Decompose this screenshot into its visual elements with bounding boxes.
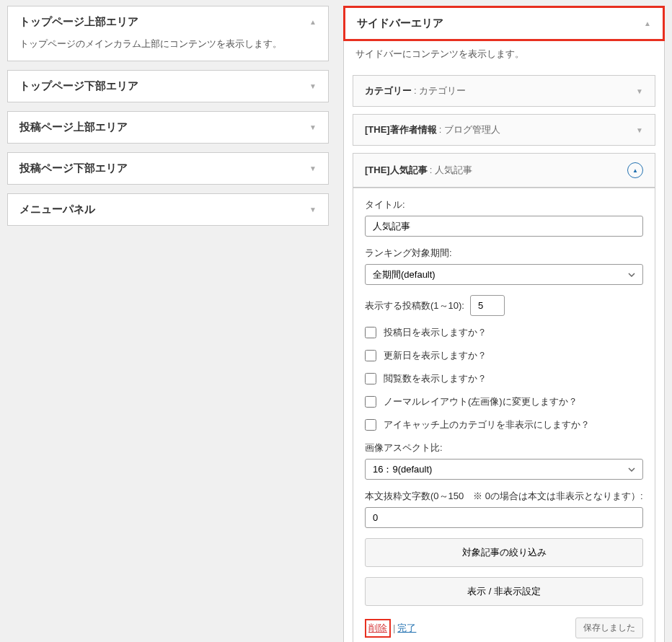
panel-header-top-lower[interactable]: トップページ下部エリア ▼ <box>8 71 328 102</box>
widget-suffix: : カテゴリー <box>414 85 466 96</box>
panel-title: メニューパネル <box>19 203 95 216</box>
chevron-down-icon: ▼ <box>309 123 317 131</box>
panel-title: サイドバーエリア <box>357 17 443 30</box>
chevron-up-icon: ▲ <box>644 19 651 27</box>
widget-category: カテゴリー: カテゴリー ▼ <box>353 75 655 107</box>
checkbox[interactable] <box>365 327 376 338</box>
widget-header-author[interactable]: [THE]著作者情報: ブログ管理人 ▼ <box>353 115 655 145</box>
checkbox-label: アイキャッチ上のカテゴリを非表示にしますか？ <box>384 418 590 431</box>
field-title: タイトル: <box>365 198 643 237</box>
widget-author: [THE]著作者情報: ブログ管理人 ▼ <box>353 114 655 146</box>
panel-desc: サイドバーにコンテンツを表示します。 <box>344 40 664 71</box>
panel-body: カテゴリー: カテゴリー ▼ [THE]著作者情報: ブログ管理人 ▼ <box>344 71 664 642</box>
excerpt-input[interactable] <box>365 507 643 528</box>
saved-message: 保存しました <box>575 617 643 638</box>
widget-popular: [THE]人気記事: 人気記事 ▲ <box>353 153 655 188</box>
chevron-down-icon: ▼ <box>636 126 643 134</box>
field-count: 表示する投稿数(1～10): <box>365 295 643 316</box>
panel-title: 投稿ページ上部エリア <box>19 120 128 134</box>
chevron-up-icon: ▲ <box>309 18 317 26</box>
widget-header-category[interactable]: カテゴリー: カテゴリー ▼ <box>353 76 655 106</box>
checkbox-label: 閲覧数を表示しますか？ <box>384 372 487 385</box>
checkbox[interactable] <box>365 350 376 361</box>
filter-button[interactable]: 対象記事の絞り込み <box>365 538 643 567</box>
panel-sidebar-area: サイドバーエリア ▲ サイドバーにコンテンツを表示します。 カテゴリー: カテゴ… <box>343 6 665 642</box>
checkbox[interactable] <box>365 373 376 384</box>
aspect-label: 画像アスペクト比: <box>365 441 643 454</box>
panel-header-post-lower[interactable]: 投稿ページ下部エリア ▼ <box>8 153 328 184</box>
panel-desc: トップページのメインカラム上部にコンテンツを表示します。 <box>8 38 328 61</box>
checkbox[interactable] <box>365 396 376 408</box>
panel-top-upper: トップページ上部エリア ▲ トップページのメインカラム上部にコンテンツを表示しま… <box>7 6 329 61</box>
panel-header-menu[interactable]: メニューパネル ▼ <box>8 194 328 225</box>
checkbox-label: ノーマルレイアウト(左画像)に変更しますか？ <box>384 395 578 408</box>
footer-links: 削除 | 完了 <box>365 619 416 638</box>
done-link[interactable]: 完了 <box>397 622 416 635</box>
separator: | <box>393 623 395 633</box>
delete-link-highlight: 削除 <box>365 619 391 638</box>
chevron-down-icon: ▼ <box>309 164 317 172</box>
chevron-down-icon: ▼ <box>309 206 317 214</box>
widget-title: [THE]著作者情報: ブログ管理人 <box>365 123 500 136</box>
cb-show-views[interactable]: 閲覧数を表示しますか？ <box>365 372 643 385</box>
period-select[interactable]: 全期間(default) <box>365 264 643 285</box>
widget-name: [THE]著作者情報 <box>365 124 437 135</box>
cb-hide-category[interactable]: アイキャッチ上のカテゴリを非表示にしますか？ <box>365 418 643 431</box>
checkbox-label: 投稿日を表示しますか？ <box>384 326 487 339</box>
widget-suffix: : 人気記事 <box>430 164 472 175</box>
cb-normal-layout[interactable]: ノーマルレイアウト(左画像)に変更しますか？ <box>365 395 643 408</box>
field-period: ランキング対象期間: 全期間(default) <box>365 247 643 285</box>
panel-post-lower: 投稿ページ下部エリア ▼ <box>7 152 329 185</box>
panel-post-upper: 投稿ページ上部エリア ▼ <box>7 111 329 144</box>
widget-body: タイトル: ランキング対象期間: 全期間(default) 表示する投稿数(1～… <box>353 188 655 642</box>
delete-link[interactable]: 削除 <box>368 623 387 633</box>
panel-title: トップページ下部エリア <box>19 79 138 93</box>
excerpt-label: 本文抜粋文字数(0～150 ※ 0の場合は本文は非表示となります）: <box>365 490 643 503</box>
widget-title: [THE]人気記事: 人気記事 <box>365 164 472 177</box>
title-label: タイトル: <box>365 198 643 211</box>
cb-show-updatedate[interactable]: 更新日を表示しますか？ <box>365 349 643 362</box>
panel-menu: メニューパネル ▼ <box>7 193 329 226</box>
left-column: トップページ上部エリア ▲ トップページのメインカラム上部にコンテンツを表示しま… <box>7 6 329 642</box>
checkbox-group: 投稿日を表示しますか？ 更新日を表示しますか？ 閲覧数を表示しますか？ <box>365 326 643 431</box>
count-label: 表示する投稿数(1～10): <box>365 299 464 312</box>
collapse-toggle-icon[interactable]: ▲ <box>627 162 643 178</box>
aspect-select[interactable]: 16：9(default) <box>365 459 643 480</box>
title-input[interactable] <box>365 216 643 237</box>
widget-name: カテゴリー <box>365 85 412 96</box>
widget-suffix: : ブログ管理人 <box>439 124 500 135</box>
right-column: サイドバーエリア ▲ サイドバーにコンテンツを表示します。 カテゴリー: カテゴ… <box>343 6 665 642</box>
period-label: ランキング対象期間: <box>365 247 643 260</box>
field-excerpt: 本文抜粋文字数(0～150 ※ 0の場合は本文は非表示となります）: <box>365 490 643 528</box>
widget-footer: 削除 | 完了 保存しました <box>365 617 643 638</box>
field-aspect: 画像アスペクト比: 16：9(default) <box>365 441 643 480</box>
panel-title: 投稿ページ下部エリア <box>19 162 128 175</box>
panel-header-sidebar[interactable]: サイドバーエリア ▲ <box>343 6 665 41</box>
widget-title: カテゴリー: カテゴリー <box>365 84 466 97</box>
checkbox-label: 更新日を表示しますか？ <box>384 349 487 362</box>
chevron-down-icon: ▼ <box>309 82 317 90</box>
count-input[interactable] <box>470 295 505 316</box>
panel-title: トップページ上部エリア <box>19 15 138 29</box>
visibility-button[interactable]: 表示 / 非表示設定 <box>365 577 643 606</box>
panel-header-top-upper[interactable]: トップページ上部エリア ▲ <box>8 6 328 38</box>
panel-header-post-upper[interactable]: 投稿ページ上部エリア ▼ <box>8 112 328 143</box>
chevron-down-icon: ▼ <box>636 87 643 95</box>
checkbox[interactable] <box>365 419 376 431</box>
panel-top-lower: トップページ下部エリア ▼ <box>7 70 329 102</box>
widget-name: [THE]人気記事 <box>365 164 428 175</box>
widget-popular-body-wrap: タイトル: ランキング対象期間: 全期間(default) 表示する投稿数(1～… <box>353 188 655 642</box>
widget-header-popular[interactable]: [THE]人気記事: 人気記事 ▲ <box>353 154 655 187</box>
cb-show-postdate[interactable]: 投稿日を表示しますか？ <box>365 326 643 339</box>
